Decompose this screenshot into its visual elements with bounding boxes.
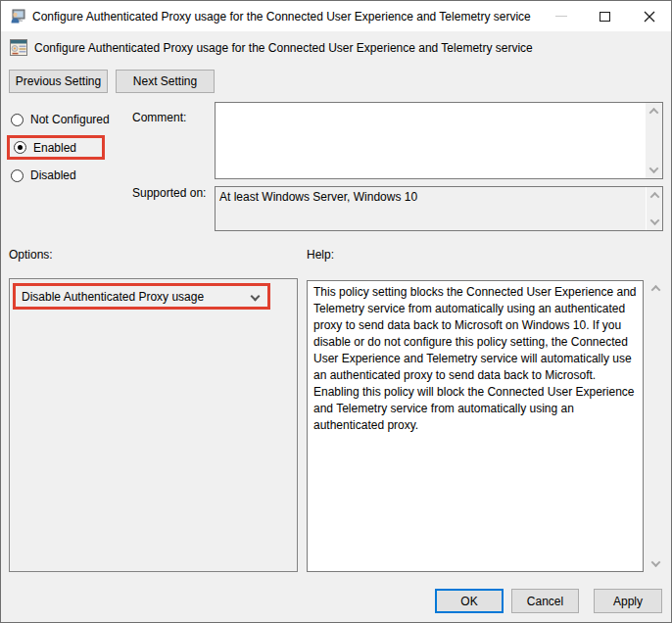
window-controls	[539, 1, 671, 31]
scroll-up-icon[interactable]	[646, 103, 662, 120]
apply-button[interactable]: Apply	[594, 589, 662, 613]
scroll-down-icon[interactable]	[646, 162, 662, 178]
radio-not-configured-circle[interactable]	[11, 114, 24, 126]
maximize-icon	[600, 12, 610, 22]
chevron-down-icon	[251, 292, 261, 302]
radio-enabled[interactable]	[14, 141, 26, 154]
supported-on-value: At least Windows Server, Windows 10	[216, 187, 646, 230]
ok-button[interactable]: OK	[435, 589, 504, 613]
close-icon	[644, 11, 655, 23]
policy-title: Configure Authenticated Proxy usage for …	[34, 41, 533, 55]
comment-value[interactable]	[216, 103, 646, 178]
enabled-highlight-box: Enabled	[7, 135, 105, 160]
comment-scrollbar[interactable]	[646, 103, 662, 178]
options-panel: Disable Authenticated Proxy usage	[9, 278, 298, 572]
help-text: This policy setting blocks the Connected…	[313, 285, 637, 432]
scroll-up-icon[interactable]	[647, 187, 663, 204]
policy-setting-dialog: Configure Authenticated Proxy usage for …	[0, 0, 672, 623]
group-policy-app-icon	[10, 9, 25, 24]
radio-disabled-circle[interactable]	[11, 169, 24, 182]
help-label: Help:	[307, 248, 334, 262]
comment-input[interactable]	[215, 102, 663, 179]
proxy-usage-dropdown[interactable]: Disable Authenticated Proxy usage	[16, 286, 267, 307]
comment-label: Comment:	[132, 111, 186, 124]
scroll-up-icon[interactable]	[648, 280, 664, 297]
window-title: Configure Authenticated Proxy usage for …	[32, 10, 531, 24]
radio-disabled[interactable]: Disabled	[11, 168, 76, 182]
supported-on-box: At least Windows Server, Windows 10	[215, 186, 663, 231]
titlebar: Configure Authenticated Proxy usage for …	[1, 1, 671, 31]
radio-enabled-label: Enabled	[33, 141, 76, 155]
scroll-down-icon[interactable]	[647, 214, 663, 230]
maximize-button[interactable]	[583, 1, 627, 31]
cancel-button[interactable]: Cancel	[511, 589, 579, 613]
next-setting-button[interactable]: Next Setting	[116, 70, 215, 93]
help-textbox[interactable]: This policy setting blocks the Connected…	[307, 280, 644, 572]
radio-not-configured-label: Not Configured	[30, 113, 110, 126]
help-scrollbar[interactable]	[648, 280, 664, 572]
radio-not-configured[interactable]: Not Configured	[11, 113, 110, 126]
dropdown-highlight-box: Disable Authenticated Proxy usage	[13, 283, 270, 310]
minimize-button[interactable]	[539, 1, 583, 31]
radio-disabled-label: Disabled	[30, 168, 76, 182]
supported-on-label: Supported on:	[132, 186, 206, 200]
close-button[interactable]	[627, 1, 671, 31]
previous-setting-button[interactable]: Previous Setting	[9, 70, 108, 93]
policy-header: Configure Authenticated Proxy usage for …	[10, 39, 533, 56]
policy-setting-icon	[10, 39, 27, 56]
minimize-icon	[555, 16, 567, 17]
options-label: Options:	[9, 248, 53, 262]
scroll-down-icon[interactable]	[648, 555, 664, 572]
proxy-usage-dropdown-value: Disable Authenticated Proxy usage	[22, 290, 204, 304]
supported-on-scrollbar[interactable]	[646, 187, 662, 230]
